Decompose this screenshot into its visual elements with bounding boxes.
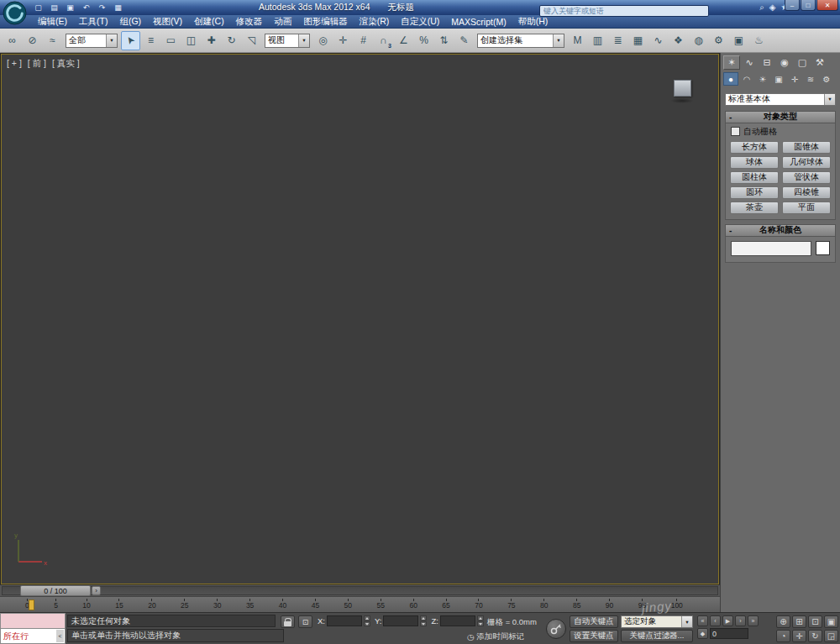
z-coordinate-field[interactable]	[440, 615, 475, 626]
selection-lock-toggle[interactable]	[281, 615, 295, 628]
select-and-move-button[interactable]: ✚	[202, 31, 221, 50]
rollout-object-type-header[interactable]: - 对象类型	[726, 112, 835, 123]
menu-customize[interactable]: 自定义(U)	[395, 15, 445, 28]
go-to-start-button[interactable]: «	[697, 615, 708, 626]
dropdown-arrow-icon[interactable]: ▼	[298, 34, 309, 47]
cone-button[interactable]: 圆锥体	[782, 141, 831, 154]
set-keys-button[interactable]	[546, 619, 566, 639]
category-space-warps-button[interactable]: ≋	[803, 72, 818, 86]
autogrid-checkbox[interactable]	[731, 127, 740, 136]
time-slider-track[interactable]	[2, 586, 718, 595]
x-spinner-down-icon[interactable]	[364, 621, 370, 626]
menu-group[interactable]: 组(G)	[113, 15, 147, 28]
reference-coordinate-system-dropdown[interactable]: 视图▼	[265, 34, 310, 48]
viewcube-face[interactable]	[674, 80, 691, 97]
sphere-button[interactable]: 球体	[730, 156, 779, 169]
schematic-view-button[interactable]: ❖	[669, 31, 688, 50]
bind-to-space-warp-button[interactable]: ≈	[43, 31, 62, 50]
absolute-mode-toggle[interactable]: ⊡	[298, 615, 312, 628]
align-button[interactable]: ▥	[588, 31, 607, 50]
graphite-modeling-tools-toggle-button[interactable]: ▦	[628, 31, 648, 50]
next-frame-button[interactable]: ›	[735, 615, 746, 626]
zoom-all-button[interactable]: ⊞	[792, 615, 806, 628]
zoom-region-button[interactable]: ▣	[824, 615, 838, 628]
viewport-general-menu[interactable]: [ + ]	[7, 58, 22, 70]
category-geometry-button[interactable]: ●	[723, 72, 738, 86]
menu-views[interactable]: 视图(V)	[147, 15, 188, 28]
curve-editor-button[interactable]: ∿	[648, 31, 668, 50]
z-spinner-up-icon[interactable]	[477, 615, 484, 620]
y-coordinate-field[interactable]	[383, 615, 418, 626]
y-spinner-up-icon[interactable]	[420, 615, 427, 620]
menu-graph-editors[interactable]: 图形编辑器	[297, 15, 354, 28]
play-button[interactable]: ▶	[722, 615, 733, 626]
tab-modify-button[interactable]: ∿	[741, 55, 758, 70]
save-file-button[interactable]: ▣	[64, 2, 76, 13]
close-button[interactable]: ✕	[816, 0, 838, 11]
keyboard-shortcut-override-toggle-button[interactable]: #	[354, 31, 373, 50]
add-time-tag[interactable]: ◷ 添加时间标记	[467, 631, 524, 642]
use-pivot-point-center-button[interactable]: ◎	[313, 31, 333, 50]
category-shapes-button[interactable]: ◠	[739, 72, 754, 86]
tab-motion-button[interactable]: ◉	[776, 55, 793, 70]
viewport-front[interactable]: [ + ] [ 前 ] [ 真实 ] x y	[1, 54, 719, 584]
x-spinner-up-icon[interactable]	[364, 615, 370, 620]
application-menu-button[interactable]	[3, 1, 27, 25]
new-scene-button[interactable]: ▢	[32, 2, 45, 13]
percent-snap-toggle-button[interactable]: %	[414, 31, 433, 50]
box-button[interactable]: 长方体	[730, 141, 779, 154]
track-bar[interactable]: 0510152025303540455055606570758085909510…	[0, 596, 720, 612]
current-frame-field[interactable]	[710, 628, 748, 639]
zoom-extents-button[interactable]: ⊡	[808, 615, 822, 628]
track-bar-position-marker[interactable]	[29, 599, 34, 610]
previous-frame-button[interactable]: ‹	[710, 615, 721, 626]
tab-display-button[interactable]: ▢	[794, 55, 811, 70]
category-helpers-button[interactable]: ✛	[787, 72, 802, 86]
rectangular-selection-region-button[interactable]: ▭	[161, 31, 181, 50]
infocenter-search-button[interactable]: ⌕	[759, 2, 764, 13]
window-crossing-button[interactable]: ◫	[181, 31, 201, 50]
menu-tools[interactable]: 工具(T)	[73, 15, 113, 28]
menu-edit[interactable]: 编辑(E)	[32, 15, 73, 28]
menu-help-menu[interactable]: 帮助(H)	[512, 15, 554, 28]
field-of-view-button[interactable]: ◔	[776, 630, 790, 642]
menu-maxscript[interactable]: MAXScript(M)	[445, 15, 512, 28]
maxscript-mini-listener[interactable]: 所在行 <	[0, 613, 66, 644]
communication-center-button[interactable]: ◈	[769, 2, 776, 13]
select-and-rotate-button[interactable]: ↻	[222, 31, 241, 50]
listener-scroll-arrow[interactable]: <	[56, 630, 64, 642]
dropdown-arrow-icon[interactable]: ▼	[553, 34, 564, 47]
object-name-input[interactable]	[731, 241, 811, 256]
select-and-manipulate-button[interactable]: ✛	[333, 31, 353, 50]
plane-button[interactable]: 平面	[782, 202, 831, 214]
select-object-button[interactable]: ➤	[121, 31, 140, 50]
y-spinner-down-icon[interactable]	[420, 621, 427, 626]
dropdown-arrow-icon[interactable]: ▼	[681, 616, 692, 627]
select-and-uniform-scale-button[interactable]: ◹	[242, 31, 261, 50]
maximize-button[interactable]: □	[801, 0, 816, 11]
select-by-name-button[interactable]: ≡	[141, 31, 160, 50]
time-slider-handle[interactable]: 0 / 100	[20, 585, 91, 596]
key-filters-button[interactable]: 关键点过滤器...	[621, 630, 693, 642]
category-cameras-button[interactable]: ▣	[771, 72, 786, 86]
category-dropdown[interactable]: 标准基本体 ▼	[725, 93, 836, 106]
selection-filter-dropdown[interactable]: 全部▼	[66, 34, 118, 48]
category-lights-button[interactable]: ☀	[755, 72, 770, 86]
time-slider[interactable]: 0 / 100 ›	[0, 584, 720, 596]
z-spinner-down-icon[interactable]	[477, 621, 484, 626]
viewport-pov-menu[interactable]: [ 前 ]	[28, 58, 46, 70]
menu-animation[interactable]: 动画	[268, 15, 297, 28]
menu-create[interactable]: 创建(C)	[188, 15, 230, 28]
object-color-swatch[interactable]	[816, 241, 830, 255]
tab-create-button[interactable]: ✶	[723, 55, 740, 70]
render-setup-button[interactable]: ⚙	[709, 31, 728, 50]
x-coordinate-field[interactable]	[327, 615, 362, 626]
material-editor-button[interactable]: ◍	[689, 31, 708, 50]
viewport-shading-menu[interactable]: [ 真实 ]	[52, 58, 80, 70]
orbit-button[interactable]: ↻	[808, 630, 822, 642]
torus-button[interactable]: 圆环	[730, 186, 779, 199]
render-production-button[interactable]: ♨	[749, 31, 769, 50]
menu-modifiers[interactable]: 修改器	[230, 15, 269, 28]
select-and-link-button[interactable]: ∞	[3, 31, 22, 50]
tube-button[interactable]: 管状体	[782, 171, 831, 184]
